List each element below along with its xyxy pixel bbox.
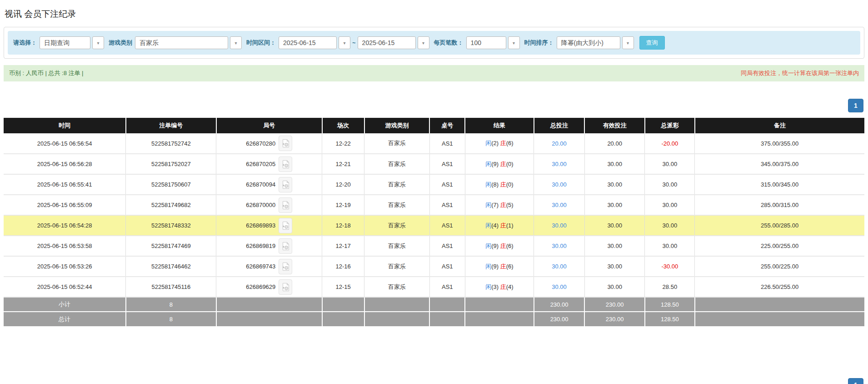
cell-time: 2025-06-15 06:53:26 <box>4 256 126 277</box>
video-button[interactable] <box>279 238 292 254</box>
video-button[interactable] <box>279 136 292 151</box>
date-from-value[interactable]: 2025-06-15 <box>279 36 337 49</box>
cell-table: AS1 <box>429 215 465 236</box>
query-type-select[interactable]: 日期查询 ▾ <box>40 36 104 49</box>
total-cell-7 <box>465 312 534 326</box>
column-header-7: 结果 <box>465 118 534 133</box>
cell-round-id: 626869819 <box>216 236 322 256</box>
page-size-select[interactable]: 100 ▾ <box>466 36 520 49</box>
result-banker-label: 庄 <box>500 222 506 229</box>
cell-game: 百家乐 <box>364 133 430 154</box>
cell-round-id: 626869893 <box>216 215 322 236</box>
date-to-select[interactable]: 2025-06-15 ▾ <box>358 36 429 49</box>
cell-payout: -20.00 <box>645 133 695 154</box>
video-button[interactable] <box>279 218 292 233</box>
game-type-value[interactable]: 百家乐 <box>135 36 228 49</box>
currency-summary: 币别 : 人民币 | 总共 :8 注单 | <box>9 69 84 77</box>
subtotal-cell-5 <box>364 297 430 312</box>
cell-game: 百家乐 <box>364 174 430 195</box>
chevron-down-icon[interactable]: ▾ <box>92 36 104 49</box>
time-sort-value[interactable]: 降幂(由大到小) <box>557 36 620 49</box>
cell-total-bet[interactable]: 30.00 <box>534 256 585 277</box>
cell-total-bet[interactable]: 30.00 <box>534 236 585 256</box>
result-player-label: 闲 <box>485 140 491 147</box>
cell-total-bet[interactable]: 30.00 <box>534 215 585 236</box>
round-id-text: 626870205 <box>246 161 275 167</box>
cell-table: AS1 <box>429 277 465 297</box>
cell-table: AS1 <box>429 195 465 215</box>
cell-valid-bet: 30.00 <box>584 256 645 277</box>
round-id-text: 626869819 <box>246 243 275 249</box>
column-header-1: 时间 <box>4 118 126 133</box>
total-cell-8: 230.00 <box>534 312 585 326</box>
cell-round-id: 626869629 <box>216 277 322 297</box>
video-file-icon <box>282 160 289 169</box>
page-button-1[interactable]: 1 <box>848 99 863 112</box>
video-button[interactable] <box>279 259 292 274</box>
video-button[interactable] <box>279 177 292 192</box>
video-file-icon <box>282 180 289 189</box>
result-player-label: 闲 <box>485 222 491 229</box>
cell-game: 百家乐 <box>364 236 430 256</box>
result-banker-label: 庄 <box>500 202 506 208</box>
game-type-select[interactable]: 百家乐 ▾ <box>135 36 242 49</box>
search-button[interactable]: 查询 <box>639 36 665 50</box>
round-id-text: 626869743 <box>246 263 275 270</box>
cell-round-id: 626870280 <box>216 133 322 154</box>
cell-session: 12-18 <box>322 215 364 236</box>
pagination-top: 1 <box>4 99 864 112</box>
cell-payout: 30.00 <box>645 174 695 195</box>
column-header-4: 场次 <box>322 118 364 133</box>
table-header: 时间注单编号局号场次游戏类别桌号结果总投注有效投注总派彩备注 <box>4 118 864 133</box>
cell-payout: -30.00 <box>645 256 695 277</box>
result-banker-label: 庄 <box>500 140 506 147</box>
time-sort-select[interactable]: 降幂(由大到小) ▾ <box>557 36 634 49</box>
cell-time: 2025-06-15 06:54:28 <box>4 215 126 236</box>
cell-game: 百家乐 <box>364 277 430 297</box>
cell-game: 百家乐 <box>364 215 430 236</box>
cell-result: 闲(9) 庄(0) <box>465 154 534 174</box>
cell-total-bet[interactable]: 20.00 <box>534 133 585 154</box>
cell-session: 12-15 <box>322 277 364 297</box>
page-size-value[interactable]: 100 <box>466 36 506 49</box>
result-banker-label: 庄 <box>500 181 506 188</box>
round-id-text: 626870280 <box>246 140 275 147</box>
cell-total-bet[interactable]: 30.00 <box>534 195 585 215</box>
result-player-label: 闲 <box>485 263 491 270</box>
cell-round-id: 626870000 <box>216 195 322 215</box>
column-header-3: 局号 <box>216 118 322 133</box>
cell-time: 2025-06-15 06:56:28 <box>4 154 126 174</box>
video-button[interactable] <box>279 197 292 213</box>
cell-bet-id: 522581752742 <box>126 133 216 154</box>
cell-total-bet[interactable]: 30.00 <box>534 174 585 195</box>
cell-note: 255.00/225.00 <box>695 256 864 277</box>
video-button[interactable] <box>279 157 292 172</box>
cell-total-bet[interactable]: 30.00 <box>534 154 585 174</box>
page-button-bottom[interactable]: 1 <box>848 378 863 384</box>
cell-note: 375.00/355.00 <box>695 133 864 154</box>
subtotal-cell-6 <box>429 297 465 312</box>
chevron-down-icon[interactable]: ▾ <box>622 36 634 49</box>
date-from-select[interactable]: 2025-06-15 ▾ <box>279 36 350 49</box>
cell-result: 闲(7) 庄(5) <box>465 195 534 215</box>
video-file-icon <box>282 242 289 251</box>
chevron-down-icon[interactable]: ▾ <box>418 36 429 49</box>
table-row: 2025-06-15 06:55:41522581750607626870094… <box>4 174 864 195</box>
video-button[interactable] <box>279 279 292 295</box>
query-type-value[interactable]: 日期查询 <box>40 36 90 49</box>
chevron-down-icon[interactable]: ▾ <box>508 36 520 49</box>
date-to-value[interactable]: 2025-06-15 <box>358 36 416 49</box>
column-header-2: 注单编号 <box>126 118 216 133</box>
subtotal-cell-10: 128.50 <box>645 297 695 312</box>
filter-label-time-sort: 时间排序： <box>524 39 554 47</box>
filter-panel: 请选择： 日期查询 ▾ 游戏类别 百家乐 ▾ 时间区间： 2025-06-15 … <box>4 27 864 59</box>
chevron-down-icon[interactable]: ▾ <box>230 36 242 49</box>
table-row: 2025-06-15 06:52:44522581745116626869629… <box>4 277 864 297</box>
cell-table: AS1 <box>429 236 465 256</box>
cell-total-bet[interactable]: 30.00 <box>534 277 585 297</box>
table-footer: 小计8230.00230.00128.50总计8230.00230.00128.… <box>4 297 864 326</box>
cell-game: 百家乐 <box>364 256 430 277</box>
chevron-down-icon[interactable]: ▾ <box>339 36 350 49</box>
filter-label-game-type: 游戏类别 <box>109 39 132 47</box>
cell-result: 闲(9) 庄(6) <box>465 256 534 277</box>
